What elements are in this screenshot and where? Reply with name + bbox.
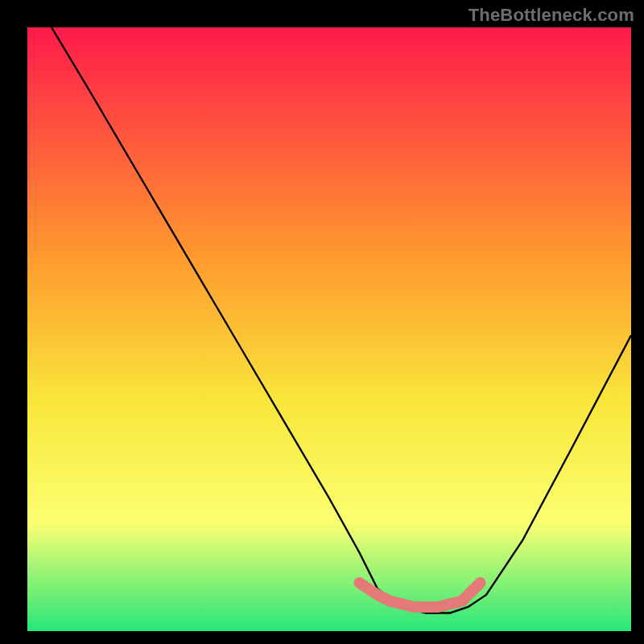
plot-area: [27, 27, 631, 631]
watermark-text: TheBottleneck.com: [469, 5, 634, 26]
outer-frame: TheBottleneck.com: [0, 0, 644, 644]
gradient-background: [27, 27, 631, 631]
bottleneck-chart: [27, 27, 631, 631]
